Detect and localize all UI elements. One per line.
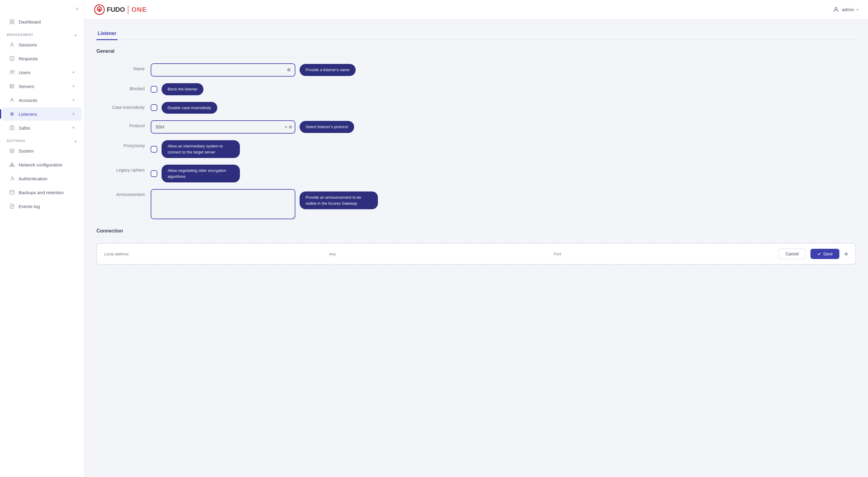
sidebar-item-label: Servers xyxy=(19,84,34,89)
sidebar-item-label: Users xyxy=(19,70,30,75)
sidebar-item-authentication[interactable]: Authentication xyxy=(2,172,82,185)
svg-rect-21 xyxy=(11,165,13,167)
blocked-control-area: Block the listener xyxy=(151,83,856,95)
requests-icon xyxy=(9,56,15,61)
svg-rect-28 xyxy=(10,190,14,194)
proxyjump-tooltip: Allow an intermediary system to connect … xyxy=(161,140,240,158)
servers-icon xyxy=(9,83,15,89)
sidebar-item-label: Listeners xyxy=(19,112,37,117)
case-checkbox[interactable] xyxy=(151,104,157,111)
sidebar-item-dashboard[interactable]: Dashboard xyxy=(2,15,82,28)
accounts-add-button[interactable]: + xyxy=(72,97,75,103)
announcement-control-area: Provide an announcement to be visible in… xyxy=(151,189,856,219)
svg-rect-3 xyxy=(13,22,14,24)
sidebar-collapse-area: « xyxy=(0,0,84,15)
sidebar-item-events-log[interactable]: Events log xyxy=(2,200,82,213)
sidebar-item-servers[interactable]: Servers + xyxy=(2,80,82,93)
proxyjump-checkbox[interactable] xyxy=(151,146,157,153)
svg-point-27 xyxy=(11,177,13,179)
blocked-checkbox[interactable] xyxy=(151,86,157,93)
tab-listener[interactable]: Listener xyxy=(96,28,118,40)
svg-point-15 xyxy=(11,98,13,100)
listeners-icon xyxy=(9,111,15,117)
svg-rect-2 xyxy=(10,22,11,24)
legacy-checkbox[interactable] xyxy=(151,170,157,177)
sidebar-item-sessions[interactable]: Sessions xyxy=(2,38,82,51)
logo-divider xyxy=(128,5,128,14)
name-tooltip: Provide a listener's name xyxy=(300,64,355,76)
sidebar-item-label: Events log xyxy=(19,204,40,209)
sidebar-item-label: Accounts xyxy=(19,98,37,103)
sidebar-item-network-configuration[interactable]: Network configuration xyxy=(2,158,82,171)
blocked-label: Blocked xyxy=(96,83,145,91)
svg-point-13 xyxy=(11,85,11,86)
settings-section-label: SETTINGS ▲ xyxy=(0,135,84,144)
any-input[interactable] xyxy=(329,252,549,256)
sidebar-item-accounts[interactable]: Accounts + xyxy=(2,93,82,107)
events-icon xyxy=(9,203,15,209)
sidebar-item-label: Safes xyxy=(19,125,30,130)
save-checkmark-icon xyxy=(817,252,821,256)
servers-add-button[interactable]: + xyxy=(72,84,75,89)
connection-section-title: Connection xyxy=(96,228,856,237)
proxyjump-label: ProxyJump xyxy=(96,140,145,148)
svg-rect-20 xyxy=(10,165,11,167)
topbar: FUDO ONE admin ▾ xyxy=(84,0,868,19)
connection-section: Connection Cancel Save ✱ xyxy=(96,228,856,265)
users-add-button[interactable]: + xyxy=(72,70,75,75)
svg-point-17 xyxy=(10,113,14,116)
network-icon xyxy=(9,161,15,168)
sidebar-item-label: Requests xyxy=(19,56,38,61)
announcement-textarea[interactable] xyxy=(151,189,296,219)
bottom-asterisk: ✱ xyxy=(844,251,848,257)
name-row: Name ✱ Provide a listener's name xyxy=(96,63,856,77)
sidebar-item-listeners[interactable]: Listeners + xyxy=(2,107,82,121)
accounts-icon xyxy=(9,97,15,103)
local-address-input[interactable] xyxy=(104,252,324,256)
svg-point-9 xyxy=(10,70,12,72)
user-area[interactable]: admin ▾ xyxy=(833,6,858,13)
cancel-button[interactable]: Cancel xyxy=(778,248,806,259)
legacy-label: Legacy ciphers xyxy=(96,165,145,173)
sidebar-item-label: Authentication xyxy=(19,176,47,181)
svg-rect-0 xyxy=(10,20,11,21)
settings-chevron[interactable]: ▲ xyxy=(74,139,78,143)
case-tooltip: Disable case insensitivity xyxy=(161,102,217,114)
management-section-label: MANAGEMENT ▲ xyxy=(0,29,84,38)
sessions-icon xyxy=(9,41,15,48)
general-section-title: General xyxy=(96,49,856,57)
logo: FUDO ONE xyxy=(94,4,147,15)
connection-bottom-bar: Cancel Save ✱ xyxy=(96,243,856,265)
sidebar-item-requests[interactable]: Requests xyxy=(2,52,82,65)
dashboard-icon xyxy=(9,19,15,25)
fudo-logo-icon xyxy=(94,4,105,15)
logo-one-text: ONE xyxy=(131,6,147,13)
protocol-select[interactable]: SSH RDP HTTP xyxy=(151,120,296,133)
name-control-area: ✱ Provide a listener's name xyxy=(151,63,856,77)
legacy-row: Legacy ciphers Allow negotiating older e… xyxy=(96,165,856,182)
sidebar-item-system[interactable]: System xyxy=(2,144,82,157)
general-section: General Name ✱ Provide a listener's name… xyxy=(96,49,856,219)
sidebar-item-backups-retention[interactable]: Backups and retention xyxy=(2,186,82,199)
svg-point-14 xyxy=(11,87,11,88)
legacy-control-area: Allow negotiating older encryption algor… xyxy=(151,165,856,182)
protocol-row: Protocol SSH RDP HTTP ▾ ✱ Select list xyxy=(96,120,856,133)
save-button[interactable]: Save xyxy=(810,249,839,259)
svg-point-10 xyxy=(13,70,14,72)
safes-add-button[interactable]: + xyxy=(72,125,75,130)
management-chevron[interactable]: ▲ xyxy=(74,33,78,36)
safes-icon xyxy=(9,125,15,131)
name-input[interactable] xyxy=(156,67,290,72)
system-icon xyxy=(9,148,15,154)
sidebar-item-safes[interactable]: Safes + xyxy=(2,121,82,135)
protocol-label: Protocol xyxy=(96,120,145,128)
port-input[interactable] xyxy=(554,252,774,256)
sidebar-item-label: Backups and retention xyxy=(19,190,64,195)
sidebar-collapse-button[interactable]: « xyxy=(76,5,79,12)
announcement-label: Announcement xyxy=(96,189,145,197)
sidebar-item-users[interactable]: Users + xyxy=(2,66,82,79)
svg-point-4 xyxy=(11,43,13,44)
listeners-add-button[interactable]: + xyxy=(72,111,75,117)
user-icon xyxy=(833,6,839,13)
name-label: Name xyxy=(96,63,145,71)
